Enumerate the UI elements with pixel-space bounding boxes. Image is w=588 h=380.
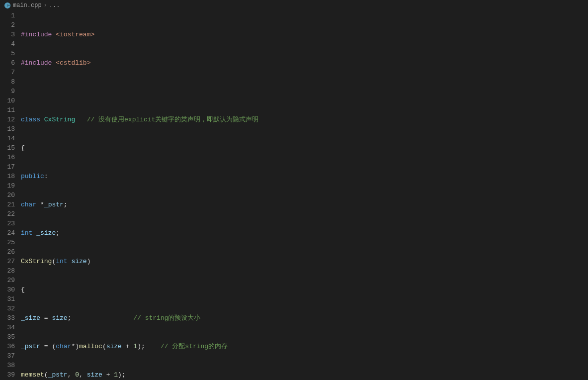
line-number: 24 xyxy=(0,228,15,238)
line-number: 39 xyxy=(0,370,15,380)
line-number: 17 xyxy=(0,162,15,172)
line-number: 8 xyxy=(0,77,15,87)
line-number: 1 xyxy=(0,11,15,20)
keyword: public xyxy=(21,172,44,181)
code-editor[interactable]: 1234567891011121314151617181920212223242… xyxy=(0,11,588,380)
keyword: char xyxy=(21,200,36,209)
line-number: 38 xyxy=(0,361,15,370)
breadcrumb-file[interactable]: main.cpp xyxy=(13,2,42,9)
comment: // 没有使用explicit关键字的类声明，即默认为隐式声明 xyxy=(87,115,259,124)
line-number: 29 xyxy=(0,276,15,285)
include-header: <iostream> xyxy=(56,30,94,39)
include-directive: #include xyxy=(21,30,56,39)
breadcrumb-separator: › xyxy=(44,2,47,9)
line-number: 21 xyxy=(0,200,15,209)
code-area[interactable]: #include <iostream> #include <cstdlib> c… xyxy=(21,11,588,380)
line-number: 11 xyxy=(0,105,15,115)
class-name: CxString xyxy=(44,115,75,124)
line-number: 31 xyxy=(0,294,15,304)
line-number: 5 xyxy=(0,49,15,58)
line-number: 28 xyxy=(0,266,15,276)
line-number: 2 xyxy=(0,20,15,30)
line-number: 10 xyxy=(0,96,15,105)
line-number: 25 xyxy=(0,238,15,247)
line-number: 26 xyxy=(0,247,15,257)
line-number: 4 xyxy=(0,39,15,49)
line-number: 7 xyxy=(0,68,15,77)
line-number: 32 xyxy=(0,304,15,313)
identifier: _size xyxy=(36,228,56,238)
line-number: 15 xyxy=(0,143,15,153)
line-number: 23 xyxy=(0,219,15,228)
breadcrumb-more[interactable]: ... xyxy=(49,2,60,9)
include-header: <cstdlib> xyxy=(56,58,90,68)
cpp-file-icon xyxy=(4,2,11,9)
line-number: 16 xyxy=(0,153,15,162)
line-number-gutter: 1234567891011121314151617181920212223242… xyxy=(0,11,21,380)
line-number: 20 xyxy=(0,190,15,200)
line-number: 19 xyxy=(0,181,15,190)
line-number: 22 xyxy=(0,209,15,219)
line-number: 14 xyxy=(0,134,15,143)
line-number: 30 xyxy=(0,285,15,294)
line-number: 9 xyxy=(0,87,15,96)
line-number: 37 xyxy=(0,351,15,361)
line-number: 6 xyxy=(0,58,15,68)
constructor: CxString xyxy=(21,257,52,266)
line-number: 34 xyxy=(0,323,15,332)
keyword: int xyxy=(21,228,32,238)
comment: // string的预设大小 xyxy=(133,313,200,323)
breadcrumb[interactable]: main.cpp › ... xyxy=(0,0,588,11)
line-number: 36 xyxy=(0,342,15,351)
line-number: 3 xyxy=(0,30,15,39)
line-number: 18 xyxy=(0,172,15,181)
comment: // 分配string的内存 xyxy=(161,342,228,351)
identifier: _pstr xyxy=(44,200,64,209)
keyword: class xyxy=(21,115,44,124)
line-number: 27 xyxy=(0,257,15,266)
line-number: 12 xyxy=(0,115,15,124)
line-number: 35 xyxy=(0,332,15,342)
line-number: 33 xyxy=(0,313,15,323)
include-directive: #include xyxy=(21,58,56,68)
line-number: 13 xyxy=(0,124,15,134)
